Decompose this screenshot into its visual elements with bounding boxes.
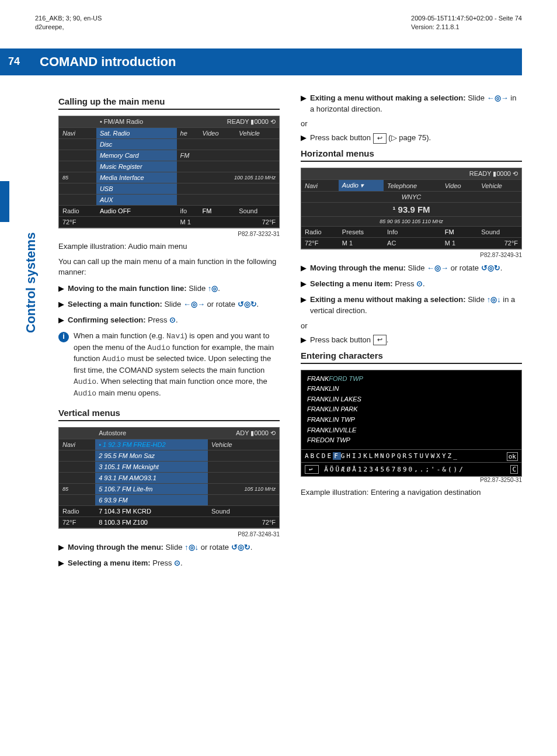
triangle-icon: ▶: [301, 93, 310, 115]
left-column: Calling up the main menu • FM/AM RadioRE…: [58, 93, 280, 574]
back-button-icon: ↩: [373, 133, 387, 144]
step-select-menu-item-v: ▶ Selecting a menu item: Press ⊙.: [58, 558, 280, 569]
step-exit-vertical: ▶ Exiting a menu without making a select…: [301, 294, 522, 317]
intro-paragraph: You can call up the main menu of a main …: [58, 256, 280, 278]
step-select-menu-item-h: ▶ Selecting a menu item: Press ⊙.: [301, 279, 522, 290]
heading-entering-characters: Entering characters: [301, 351, 522, 364]
step-confirm-selection: ▶ Confirming selection: Press ⊙.: [58, 315, 280, 326]
meta-left-2: d2ureepe,: [35, 23, 102, 32]
header-meta: 216_AKB; 3; 90, en-US d2ureepe, 2009-05-…: [35, 14, 522, 32]
meta-left-1: 216_AKB; 3; 90, en-US: [35, 14, 102, 23]
figure-caption-4: Example illustration: Entering a navigat…: [301, 488, 522, 497]
meta-right-2: Version: 2.11.8.1: [411, 23, 522, 32]
figure-ref-3: P82.87-3249-31: [301, 252, 522, 258]
triangle-icon: ▶: [301, 133, 310, 144]
heading-horizontal-menus: Horizontal menus: [301, 148, 522, 162]
triangle-icon: ▶: [58, 283, 68, 294]
step-move-main-line: ▶ Moving to the main function line: Slid…: [58, 283, 280, 294]
step-move-through-menu-v: ▶ Moving through the menu: Slide ↑◎↓ or …: [58, 542, 280, 553]
step-press-back-1: ▶ Press back button ↩ (▷ page 75).: [301, 133, 522, 144]
info-icon: i: [58, 332, 69, 342]
triangle-icon: ▶: [58, 299, 68, 310]
or-label: or: [301, 119, 522, 128]
figure-audio-main-menu: • FM/AM RadioREADY ▮0000 ⟲ NaviSat. Radi…: [58, 116, 280, 228]
step-press-back-2: ▶ Press back button ↩.: [301, 335, 522, 346]
chapter-bar: 74 COMAND introduction: [0, 48, 522, 75]
or-label-2: or: [301, 321, 522, 330]
figure-vertical-menu: AutostoreADY ▮0000 ⟲ Navi• 1 92.3 FM FRE…: [58, 427, 280, 529]
side-tab-label: Control systems: [23, 233, 39, 333]
figure-caption-1: Example illustration: Audio main menu: [58, 242, 280, 251]
figure-horizontal-menu: READY ▮0000 ⟲ NaviAudio ▾TelephoneVideoV…: [301, 168, 522, 249]
meta-right-1: 2009-05-15T11:47:50+02:00 - Seite 74: [411, 14, 522, 23]
back-button-icon: ↩: [373, 335, 387, 345]
triangle-icon: ▶: [58, 542, 68, 553]
figure-ref-2: P82.87-3248-31: [58, 531, 280, 537]
triangle-icon: ▶: [301, 294, 310, 317]
figure-ref-1: P82.87-3232-31: [58, 231, 280, 237]
triangle-icon: ▶: [301, 335, 310, 346]
heading-vertical-menus: Vertical menus: [58, 408, 280, 421]
step-select-main-function: ▶ Selecting a main function: Slide ←◎→ o…: [58, 299, 280, 310]
step-exit-horizontal: ▶ Exiting a menu without making a select…: [301, 93, 522, 115]
triangle-icon: ▶: [58, 558, 68, 569]
side-tab: Control systems: [0, 181, 23, 351]
triangle-icon: ▶: [301, 279, 310, 290]
chapter-title: COMAND introduction: [28, 48, 522, 75]
info-note: i When a main function (e.g. Navi) is op…: [58, 331, 280, 400]
figure-ref-4: P82.87-3250-31: [301, 477, 522, 483]
figure-entering-characters: FRANKFORD TWP FRANKLIN FRANKLIN LAKES FR…: [301, 370, 522, 477]
heading-calling-main-menu: Calling up the main menu: [58, 96, 280, 110]
triangle-icon: ▶: [301, 263, 310, 274]
step-move-through-menu-h: ▶ Moving through the menu: Slide ←◎→ or …: [301, 263, 522, 274]
page-number: 74: [0, 48, 28, 75]
triangle-icon: ▶: [58, 315, 68, 326]
right-column: ▶ Exiting a menu without making a select…: [301, 93, 522, 574]
